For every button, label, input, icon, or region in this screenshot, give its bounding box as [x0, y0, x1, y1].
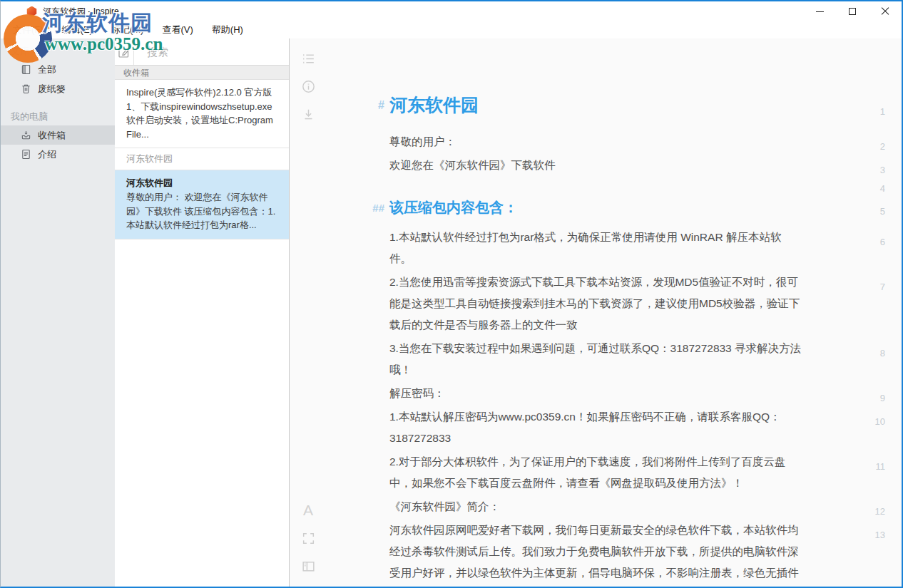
list-header: 收件箱: [115, 65, 289, 80]
info-button[interactable]: [300, 78, 316, 94]
layout-toggle-button[interactable]: [300, 558, 316, 574]
line-number: 9: [862, 388, 885, 409]
editor-line[interactable]: 《河东软件园》简介：12: [389, 496, 802, 517]
note-preview: Inspire(灵感写作软件)2.12.0 官方版 1、下载inspirewin…: [126, 86, 280, 141]
editor-line[interactable]: 解压密码：9: [389, 383, 802, 404]
export-download-button[interactable]: [300, 106, 316, 122]
line-number: 11: [862, 456, 885, 478]
sidebar-section-computer: 我的电脑: [1, 108, 115, 125]
minimize-button[interactable]: [803, 1, 836, 21]
list-group-header: 河东软件园: [115, 148, 289, 170]
line-number: 8: [862, 343, 885, 364]
line-number: 10: [862, 411, 885, 433]
maximize-button[interactable]: [836, 1, 869, 21]
maximize-icon: [849, 8, 856, 15]
font-size-icon: A: [303, 502, 313, 518]
editor-text: 河东软件园: [389, 95, 479, 115]
menu-mark[interactable]: 标记(M): [102, 21, 153, 38]
outline-list-button[interactable]: [300, 51, 316, 66]
line-number: 12: [862, 501, 885, 522]
editor-line[interactable]: 2.对于部分大体积软件，为了保证用户的下载速度，我们将附件上传到了百度云盘中，如…: [389, 451, 802, 494]
sidebar-item-trash[interactable]: 废纸篓: [1, 79, 115, 98]
editor-line[interactable]: 1.本站默认软件经过打包为rar格式，为确保正常使用请使用 WinRAR 解压本…: [389, 227, 802, 269]
editor-text: 2.对于部分大体积软件，为了保证用户的下载速度，我们将附件上传到了百度云盘中，如…: [389, 455, 785, 489]
editor-text: 1.本站默认软件经过打包为rar格式，为确保正常使用请使用 WinRAR 解压本…: [389, 231, 781, 264]
editor-line-h2[interactable]: ##该压缩包内容包含：5: [389, 197, 802, 218]
sidebar-item-label: 介绍: [38, 148, 56, 161]
app-window: 河东软件园 - Inspire 文件(F) 编辑(E) 标记(M) 查看(V) …: [0, 0, 903, 588]
sidebar-item-all[interactable]: 全部: [1, 60, 115, 79]
note-list-pane: 收件箱 Inspire(灵感写作软件)2.12.0 官方版 1、下载inspir…: [115, 38, 290, 587]
menu-bar: 文件(F) 编辑(E) 标记(M) 查看(V) 帮助(H): [1, 21, 902, 38]
line-number: 6: [862, 232, 885, 253]
h1-marker: #: [378, 93, 384, 118]
editor-text: 1.本站默认解压密码为www.pc0359.cn！如果解压密码不正确，请联系客服…: [389, 411, 781, 444]
fullscreen-button[interactable]: [300, 530, 316, 546]
download-icon: [301, 107, 316, 122]
editor-text: 河东软件园原网吧爱好者下载网，我们每日更新最安全的绿色软件下载，本站软件均经过杀…: [389, 524, 799, 587]
line-number: 2: [862, 136, 885, 158]
sidebar-item-intro[interactable]: 介绍: [1, 145, 115, 164]
sidebar-item-inbox[interactable]: 收件箱: [1, 125, 115, 145]
editor-text: 尊敬的用户：: [389, 135, 456, 148]
editor-line[interactable]: 尊敬的用户：2: [389, 131, 802, 153]
sidebar-item-label: 全部: [38, 63, 56, 76]
compose-button[interactable]: [115, 38, 134, 65]
editor-text: 该压缩包内容包含：: [389, 200, 518, 215]
trash-icon: [21, 83, 31, 94]
sidebar-item-label: 收件箱: [38, 129, 66, 142]
inbox-icon: [21, 130, 31, 140]
menu-file[interactable]: 文件(F): [4, 21, 53, 38]
menu-edit[interactable]: 编辑(E): [53, 21, 102, 38]
app-icon: [26, 6, 37, 17]
window-title: 河东软件园 - Inspire: [43, 6, 119, 18]
editor-text: 2.当您使用迅雷等搜索资源式下载工具下载本站资源，发现MD5值验证不对时，很可能…: [389, 276, 800, 331]
editor-text: 《河东软件园》简介：: [389, 500, 500, 512]
close-button[interactable]: [869, 1, 902, 21]
note-title: 河东软件园: [126, 176, 280, 190]
menu-help[interactable]: 帮助(H): [203, 21, 252, 38]
info-icon: [301, 79, 316, 94]
editor-line[interactable]: 1.本站默认解压密码为www.pc0359.cn！如果解压密码不正确，请联系客服…: [389, 406, 802, 449]
title-bar: 河东软件园 - Inspire: [1, 1, 902, 21]
font-settings-button[interactable]: A: [300, 502, 316, 518]
sidebar-item-label: 废纸篓: [38, 83, 66, 96]
line-number: 4: [862, 178, 885, 200]
minimize-icon: [816, 11, 824, 12]
editor-line[interactable]: 河东软件园原网吧爱好者下载网，我们每日更新最安全的绿色软件下载，本站软件均经过杀…: [389, 520, 802, 587]
fullscreen-icon: [301, 531, 316, 546]
note-list-item-selected[interactable]: 河东软件园 尊敬的用户： 欢迎您在《河东软件园》下载软件 该压缩包内容包含：1.…: [115, 170, 289, 239]
h2-marker: ##: [372, 197, 384, 219]
menu-view[interactable]: 查看(V): [153, 21, 202, 38]
line-number: 1: [862, 100, 885, 124]
line-number: 13: [862, 525, 885, 546]
book-icon: [21, 64, 31, 75]
editor-line[interactable]: 2.当您使用迅雷等搜索资源式下载工具下载本站资源，发现MD5值验证不对时，很可能…: [389, 272, 802, 336]
line-number: 7: [862, 277, 885, 298]
editor-line-h1[interactable]: #河东软件园1: [389, 93, 802, 117]
close-icon: [881, 7, 889, 16]
note-list-item[interactable]: Inspire(灵感写作软件)2.12.0 官方版 1、下载inspirewin…: [115, 80, 289, 148]
editor-line-blank[interactable]: 4: [389, 178, 802, 194]
sidebar-section-library: 文库: [1, 43, 115, 60]
layout-panel-icon: [301, 559, 316, 574]
search-input[interactable]: [134, 38, 289, 65]
editor-line[interactable]: 3.当您在下载安装过程中如果遇到问题，可通过联系QQ：3187272833 寻求…: [389, 338, 802, 381]
editor-pane: A #河东软件园1 尊敬的用户：2 欢迎您在《河东软件园》下载软件3: [290, 38, 902, 587]
note-preview: 尊敬的用户： 欢迎您在《河东软件园》下载软件 该压缩包内容包含：1.本站默认软件…: [126, 190, 280, 232]
line-number: 5: [862, 201, 885, 222]
compose-icon: [117, 45, 131, 59]
editor-toolbar: A: [290, 38, 327, 587]
search-row: [115, 38, 289, 65]
document-icon: [21, 149, 31, 160]
sidebar: 文库 全部 废纸篓 我的电脑 收件箱 介绍: [1, 38, 115, 587]
editor-line[interactable]: 欢迎您在《河东软件园》下载软件3: [389, 155, 802, 176]
editor-text: 3.当您在下载安装过程中如果遇到问题，可通过联系QQ：3187272833 寻求…: [389, 342, 801, 376]
window-controls: [803, 1, 902, 21]
bullet-list-icon: [301, 51, 316, 66]
markdown-editor[interactable]: #河东软件园1 尊敬的用户：2 欢迎您在《河东软件园》下载软件3 4 ##该压缩…: [327, 38, 902, 587]
editor-text: 欢迎您在《河东软件园》下载软件: [389, 159, 556, 171]
editor-text: 解压密码：: [389, 387, 445, 399]
